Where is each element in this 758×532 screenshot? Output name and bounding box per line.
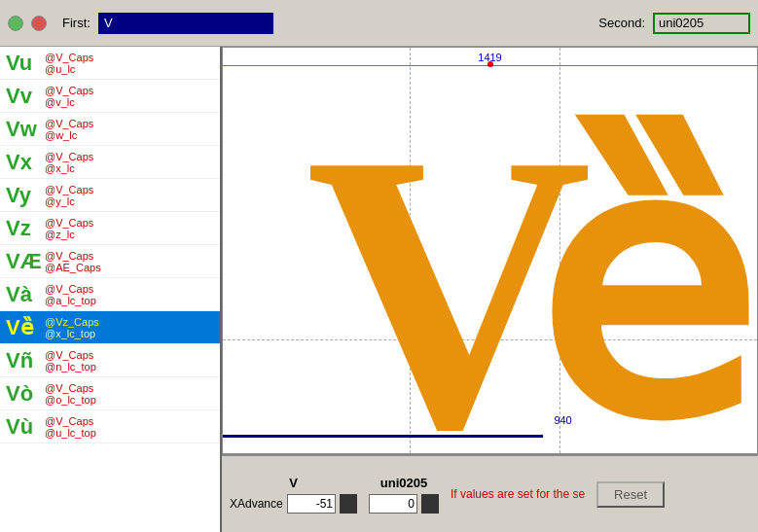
sidebar-tags: @V_Caps @a_lc_top [45, 283, 96, 306]
second-input[interactable] [653, 13, 750, 34]
content-area: 1419 940 V ȅ [222, 47, 758, 532]
tag-red: @y_lc [45, 195, 93, 207]
tag-green: @V_Caps [45, 151, 93, 162]
sidebar-glyph: Vy [6, 183, 45, 208]
sidebar-tags: @V_Caps @n_lc_top [45, 349, 96, 372]
tag-green: @V_Caps [45, 52, 93, 63]
sidebar-tags: @Vz_Caps @x_lc_top [45, 316, 99, 339]
tag-red: @v_lc [45, 96, 93, 108]
first-xadvance-input[interactable] [287, 494, 336, 514]
sidebar-tags: @V_Caps @o_lc_top [45, 382, 96, 406]
sidebar-row[interactable]: Vu @V_Caps @u_lc [0, 47, 220, 80]
sidebar-tags: @V_Caps @z_lc [45, 217, 93, 240]
reset-button[interactable]: Reset [596, 481, 665, 508]
top-bar: First: Second: [0, 0, 758, 47]
glyph-svg: V ȅ [223, 48, 757, 453]
main-area: Vu @V_Caps @u_lc Vv @V_Caps @v_lc Vw @V_… [0, 47, 758, 532]
sidebar-tags: @V_Caps @y_lc [45, 184, 93, 207]
sidebar-glyph: Vñ [6, 348, 45, 373]
sidebar-row[interactable]: Vù @V_Caps @u_lc_top [0, 410, 220, 443]
tag-red: @n_lc_top [45, 361, 96, 372]
sidebar-tags: @V_Caps @v_lc [45, 85, 93, 108]
tag-green: @V_Caps [45, 85, 93, 96]
sidebar-glyph: Và [6, 282, 45, 307]
tag-green: @V_Caps [45, 349, 96, 361]
tag-red: @u_lc_top [45, 427, 96, 439]
tag-red: @z_lc [45, 229, 93, 240]
tag-green: @V_Caps [45, 415, 96, 427]
first-glyph-label: V [289, 476, 298, 490]
first-glyph-col: V XAdvance [230, 476, 357, 514]
sidebar-tags: @V_Caps @x_lc [45, 151, 93, 174]
green-circle-button[interactable] [8, 16, 23, 31]
sidebar-glyph: VÆ [6, 249, 45, 274]
sidebar-glyph: Vȅ [6, 315, 45, 340]
tag-green: @V_Caps [45, 118, 93, 129]
first-dark-indicator [340, 494, 357, 514]
first-label: First: [62, 16, 90, 30]
sidebar-tags: @V_Caps @u_lc_top [45, 415, 96, 439]
sidebar-row[interactable]: Vy @V_Caps @y_lc [0, 179, 220, 212]
bottom-panel: V XAdvance uni0205 If values are set for… [222, 454, 758, 532]
tag-green: @V_Caps [45, 184, 93, 195]
second-field-row [369, 494, 439, 514]
tag-green: @V_Caps [45, 283, 96, 295]
tag-green: @V_Caps [45, 217, 93, 229]
sidebar-glyph: Vv [6, 84, 45, 109]
svg-text:ȅ: ȅ [532, 96, 753, 453]
tag-red: @w_lc [45, 129, 93, 141]
sidebar: Vu @V_Caps @u_lc Vv @V_Caps @v_lc Vw @V_… [0, 47, 222, 532]
sidebar-row[interactable]: Vz @V_Caps @z_lc [0, 212, 220, 245]
sidebar-glyph: Vz [6, 216, 45, 241]
tag-red: @x_lc_top [45, 328, 99, 339]
tag-green: @V_Caps [45, 382, 96, 394]
second-dark-indicator [421, 494, 439, 514]
sidebar-row[interactable]: Vȅ @Vz_Caps @x_lc_top [0, 311, 220, 344]
sidebar-glyph: Vu [6, 51, 45, 76]
red-circle-button[interactable] [31, 16, 47, 31]
tag-red: @x_lc [45, 162, 93, 174]
sidebar-glyph: Vò [6, 381, 45, 407]
second-label: Second: [598, 16, 645, 30]
second-glyph-label: uni0205 [380, 476, 427, 490]
tag-red: @o_lc_top [45, 394, 96, 406]
second-glyph-col: uni0205 [369, 476, 439, 514]
xadvance-label: XAdvance [230, 497, 283, 511]
sidebar-glyph: Vù [6, 414, 45, 440]
tag-green: @V_Caps [45, 250, 101, 262]
glyph-display: 1419 940 V ȅ [222, 47, 758, 454]
sidebar-row[interactable]: Vv @V_Caps @v_lc [0, 80, 220, 113]
info-text: If values are set for the se [451, 486, 585, 503]
sidebar-tags: @V_Caps @w_lc [45, 118, 93, 141]
sidebar-glyph: Vw [6, 117, 45, 142]
sidebar-row[interactable]: Vñ @V_Caps @n_lc_top [0, 344, 220, 377]
tag-green: @Vz_Caps [45, 316, 99, 328]
sidebar-row[interactable]: Vò @V_Caps @o_lc_top [0, 377, 220, 410]
tag-red: @a_lc_top [45, 295, 96, 306]
first-input[interactable] [98, 13, 273, 34]
sidebar-row[interactable]: Vw @V_Caps @w_lc [0, 113, 220, 146]
tag-red: @AE_Caps [45, 262, 101, 273]
sidebar-row[interactable]: Và @V_Caps @a_lc_top [0, 278, 220, 311]
sidebar-tags: @V_Caps @u_lc [45, 52, 93, 75]
sidebar-row[interactable]: Vx @V_Caps @x_lc [0, 146, 220, 179]
sidebar-row[interactable]: VÆ @V_Caps @AE_Caps [0, 245, 220, 278]
first-field-row: XAdvance [230, 494, 357, 514]
second-xadvance-input[interactable] [369, 494, 417, 514]
tag-red: @u_lc [45, 63, 93, 75]
sidebar-glyph: Vx [6, 150, 45, 175]
sidebar-tags: @V_Caps @AE_Caps [45, 250, 101, 273]
